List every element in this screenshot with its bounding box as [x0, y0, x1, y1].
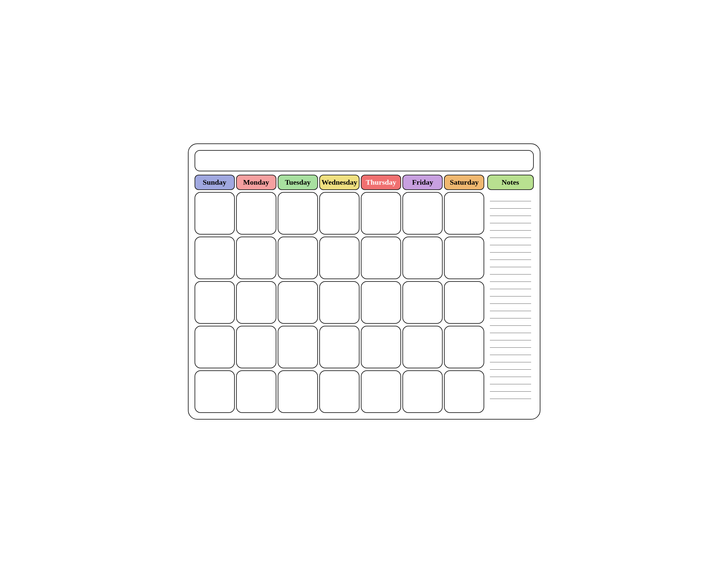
- day-header-monday: Monday: [236, 175, 276, 190]
- notes-line-2[interactable]: [490, 201, 531, 209]
- cell-r3-thu[interactable]: [361, 281, 401, 324]
- notes-column: Notes: [487, 175, 534, 413]
- calendar-wrapper: Sunday Monday Tuesday Wednesday Thursday…: [188, 143, 540, 420]
- notes-line-18[interactable]: [490, 319, 531, 326]
- notes-line-22[interactable]: [490, 348, 531, 355]
- notes-line-8[interactable]: [490, 245, 531, 252]
- notes-line-25[interactable]: [490, 370, 531, 377]
- notes-line-5[interactable]: [490, 223, 531, 230]
- calendar-rows: [195, 192, 485, 413]
- cell-r1-tue[interactable]: [278, 192, 318, 234]
- notes-line-4[interactable]: [490, 216, 531, 223]
- title-bar[interactable]: [195, 150, 534, 171]
- cell-r5-tue[interactable]: [278, 370, 318, 413]
- notes-line-16[interactable]: [490, 304, 531, 311]
- cell-r3-wed[interactable]: [319, 281, 360, 324]
- notes-header: Notes: [487, 175, 534, 190]
- notes-line-14[interactable]: [490, 289, 531, 297]
- cell-r4-tue[interactable]: [278, 326, 318, 368]
- cell-r5-mon[interactable]: [236, 370, 276, 413]
- notes-line-15[interactable]: [490, 297, 531, 304]
- cell-r4-mon[interactable]: [236, 326, 276, 368]
- day-header-thursday: Thursday: [361, 175, 401, 190]
- day-header-wednesday: Wednesday: [319, 175, 360, 190]
- notes-line-10[interactable]: [490, 260, 531, 267]
- notes-lines[interactable]: [487, 192, 534, 413]
- notes-line-26[interactable]: [490, 377, 531, 384]
- cell-r3-tue[interactable]: [278, 281, 318, 324]
- cell-r1-thu[interactable]: [361, 192, 401, 234]
- calendar-row-2: [195, 236, 485, 279]
- notes-line-13[interactable]: [490, 282, 531, 289]
- calendar-row-1: [195, 192, 485, 234]
- cell-r4-fri[interactable]: [402, 326, 443, 368]
- cell-r2-sat[interactable]: [444, 236, 484, 279]
- cell-r2-tue[interactable]: [278, 236, 318, 279]
- notes-line-11[interactable]: [490, 267, 531, 274]
- notes-line-21[interactable]: [490, 341, 531, 348]
- cell-r1-sun[interactable]: [195, 192, 235, 234]
- notes-line-17[interactable]: [490, 311, 531, 319]
- cell-r2-wed[interactable]: [319, 236, 360, 279]
- cell-r4-thu[interactable]: [361, 326, 401, 368]
- cell-r5-sat[interactable]: [444, 370, 484, 413]
- notes-line-27[interactable]: [490, 384, 531, 392]
- cell-r1-fri[interactable]: [402, 192, 443, 234]
- cell-r5-thu[interactable]: [361, 370, 401, 413]
- cell-r4-sun[interactable]: [195, 326, 235, 368]
- cell-r2-sun[interactable]: [195, 236, 235, 279]
- cell-r2-mon[interactable]: [236, 236, 276, 279]
- day-header-friday: Friday: [402, 175, 443, 190]
- notes-line-19[interactable]: [490, 326, 531, 333]
- cell-r2-thu[interactable]: [361, 236, 401, 279]
- notes-line-23[interactable]: [490, 355, 531, 362]
- cell-r5-wed[interactable]: [319, 370, 360, 413]
- calendar-row-5: [195, 370, 485, 413]
- notes-line-7[interactable]: [490, 238, 531, 245]
- cell-r4-sat[interactable]: [444, 326, 484, 368]
- calendar-row-3: [195, 281, 485, 324]
- days-grid: Sunday Monday Tuesday Wednesday Thursday…: [195, 175, 485, 413]
- cell-r3-fri[interactable]: [402, 281, 443, 324]
- calendar-row-4: [195, 326, 485, 368]
- notes-line-3[interactable]: [490, 209, 531, 216]
- cell-r5-fri[interactable]: [402, 370, 443, 413]
- cell-r4-wed[interactable]: [319, 326, 360, 368]
- day-header-tuesday: Tuesday: [278, 175, 318, 190]
- cell-r3-sat[interactable]: [444, 281, 484, 324]
- day-header-saturday: Saturday: [444, 175, 484, 190]
- cell-r1-wed[interactable]: [319, 192, 360, 234]
- notes-line-1[interactable]: [490, 194, 531, 201]
- cell-r5-sun[interactable]: [195, 370, 235, 413]
- header-row: Sunday Monday Tuesday Wednesday Thursday…: [195, 175, 485, 190]
- notes-line-9[interactable]: [490, 252, 531, 260]
- cell-r2-fri[interactable]: [402, 236, 443, 279]
- notes-line-28[interactable]: [490, 392, 531, 399]
- notes-line-20[interactable]: [490, 333, 531, 341]
- cell-r3-sun[interactable]: [195, 281, 235, 324]
- notes-line-6[interactable]: [490, 230, 531, 238]
- cell-r3-mon[interactable]: [236, 281, 276, 324]
- day-header-sunday: Sunday: [195, 175, 235, 190]
- notes-line-24[interactable]: [490, 362, 531, 370]
- cell-r1-sat[interactable]: [444, 192, 484, 234]
- cell-r1-mon[interactable]: [236, 192, 276, 234]
- notes-line-12[interactable]: [490, 274, 531, 282]
- calendar-main: Sunday Monday Tuesday Wednesday Thursday…: [195, 175, 534, 413]
